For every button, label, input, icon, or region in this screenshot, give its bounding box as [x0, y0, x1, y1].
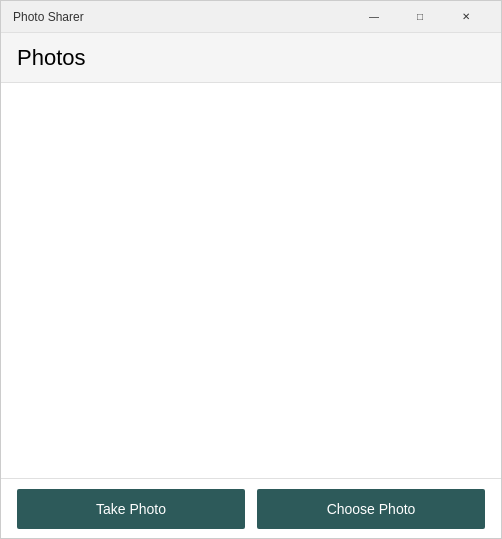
- window-controls: — □ ✕: [351, 1, 489, 33]
- close-button[interactable]: ✕: [443, 1, 489, 33]
- title-bar: Photo Sharer — □ ✕: [1, 1, 501, 33]
- window-title: Photo Sharer: [13, 10, 351, 24]
- minimize-icon: —: [369, 11, 379, 22]
- maximize-icon: □: [417, 11, 423, 22]
- page-title: Photos: [17, 45, 86, 71]
- minimize-button[interactable]: —: [351, 1, 397, 33]
- maximize-button[interactable]: □: [397, 1, 443, 33]
- photo-content-area: [1, 83, 501, 478]
- choose-photo-button[interactable]: Choose Photo: [257, 489, 485, 529]
- close-icon: ✕: [462, 11, 470, 22]
- app-window: Photo Sharer — □ ✕ Photos Take Photo Cho…: [0, 0, 502, 539]
- page-header: Photos: [1, 33, 501, 83]
- take-photo-button[interactable]: Take Photo: [17, 489, 245, 529]
- button-bar: Take Photo Choose Photo: [1, 478, 501, 538]
